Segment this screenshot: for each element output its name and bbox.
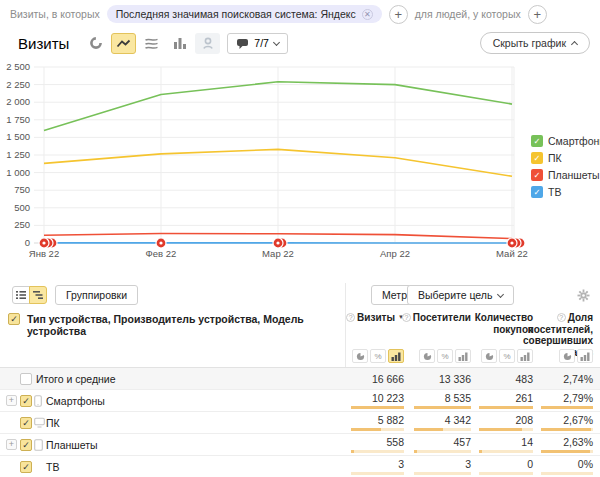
row-dimension: +✓Смартфоны xyxy=(0,390,345,411)
gear-icon xyxy=(577,289,590,302)
row-checkbox[interactable]: ✓ xyxy=(20,439,32,451)
metric-columns-header: ?Визиты▼%?Посетители%Количество покупок%… xyxy=(346,307,600,367)
metric-value: 0% xyxy=(578,458,593,470)
x-axis-label: Янв 22 xyxy=(29,248,59,259)
metric-bar xyxy=(541,472,593,475)
legend-checkbox-icon[interactable]: ✓ xyxy=(531,169,543,181)
line-chart-icon xyxy=(116,36,131,50)
legend-item-3[interactable]: ✓ТВ xyxy=(531,183,600,200)
metric-cell: 0% xyxy=(541,456,593,477)
y-axis-tick-label: 1 250 xyxy=(6,149,30,160)
table-row: ✓ПК5 8824 3422082,67% xyxy=(0,412,600,434)
totals-row: Итого и средние16 66613 3364832,74% xyxy=(0,368,600,390)
expand-row-button[interactable]: + xyxy=(6,439,17,450)
legend-label: ПК xyxy=(548,152,562,164)
note-marker-dot xyxy=(276,241,279,244)
metric-bar-fill xyxy=(541,406,593,409)
dimension-header-label[interactable]: Тип устройства, Производитель устройства… xyxy=(27,313,327,337)
metric-value: 3 xyxy=(398,458,404,470)
metric-bar xyxy=(414,450,471,453)
row-label: Смартфоны xyxy=(46,395,105,407)
percent-display-toggle[interactable]: % xyxy=(370,349,386,363)
column-sort-label[interactable]: ?Визиты▼ xyxy=(328,312,404,324)
row-checkbox[interactable] xyxy=(20,373,32,385)
x-axis-label: Мар 22 xyxy=(262,248,294,259)
x-axis-label: Апр 22 xyxy=(380,248,410,259)
pie-display-toggle[interactable] xyxy=(419,349,435,363)
metric-cell: 4 342 xyxy=(414,412,471,433)
help-icon[interactable]: ? xyxy=(402,313,411,322)
goal-select-dropdown[interactable]: Выберите цель xyxy=(407,285,514,305)
legend-item-2[interactable]: ✓Планшеты xyxy=(531,166,600,183)
row-label: Итого и средние xyxy=(36,373,116,385)
row-checkbox[interactable]: ✓ xyxy=(20,395,32,407)
metric-bar-fill xyxy=(541,428,591,431)
legend-checkbox-icon[interactable]: ✓ xyxy=(531,152,543,164)
chart-legend: ✓Смартфоны✓ПК✓Планшеты✓ТВ xyxy=(531,132,600,200)
metric-value: 208 xyxy=(515,414,533,426)
row-checkbox[interactable]: ✓ xyxy=(20,461,32,473)
metric-value: 13 336 xyxy=(439,373,471,385)
groupings-button[interactable]: Группировки xyxy=(55,285,138,305)
row-dimension: ✓ТВ xyxy=(0,456,345,477)
column-chart-type-button[interactable] xyxy=(167,33,192,54)
row-checkbox[interactable]: ✓ xyxy=(20,417,32,429)
select-all-checkbox[interactable]: ✓ xyxy=(8,313,20,325)
pie-chart-icon xyxy=(89,36,103,50)
legend-item-1[interactable]: ✓ПК xyxy=(531,149,600,166)
metric-bar xyxy=(479,450,533,453)
metric-cell: 483 xyxy=(479,368,533,389)
metric-value: 457 xyxy=(453,436,471,448)
bar-display-toggle[interactable] xyxy=(455,349,471,363)
y-axis-tick-label: 1 750 xyxy=(6,114,30,125)
flat-list-view-button[interactable] xyxy=(12,286,30,304)
visits-line-chart: 02505007501 0001 2501 5001 7502 0002 250… xyxy=(0,60,600,265)
legend-checkbox-icon[interactable]: ✓ xyxy=(531,135,543,147)
legend-checkbox-icon[interactable]: ✓ xyxy=(531,186,543,198)
column-display-toggles xyxy=(559,349,593,363)
expand-row-button[interactable]: + xyxy=(6,395,17,406)
flat-list-icon xyxy=(15,289,27,301)
percent-display-toggle[interactable]: % xyxy=(437,349,453,363)
tree-view-button[interactable] xyxy=(29,286,47,304)
line-chart-type-button[interactable] xyxy=(111,33,136,54)
remove-segment-icon[interactable]: ✕ xyxy=(362,9,373,20)
legend-label: Планшеты xyxy=(548,169,600,181)
pie-chart-type-button[interactable] xyxy=(83,33,108,54)
percent-display-toggle[interactable]: % xyxy=(499,349,515,363)
metric-cell: 2,74% xyxy=(541,368,593,389)
segment-pill-label: Последняя значимая поисковая система: Ян… xyxy=(116,8,356,20)
table-row: ✓ТВ3300% xyxy=(0,456,600,477)
help-icon[interactable]: ? xyxy=(346,313,355,322)
y-axis-tick-label: 2 000 xyxy=(6,96,30,107)
notes-filter-dropdown[interactable]: 7/7 xyxy=(227,33,288,54)
notes-count: 7/7 xyxy=(254,37,269,49)
y-axis-tick-label: 2 250 xyxy=(6,79,30,90)
stacked-chart-type-button[interactable] xyxy=(139,33,164,54)
segment-pill[interactable]: Последняя значимая поисковая система: Ян… xyxy=(107,5,382,23)
row-metrics: 5 8824 3422082,67% xyxy=(346,412,600,433)
hide-chart-button[interactable]: Скрыть график xyxy=(480,32,590,54)
bar-display-toggle[interactable] xyxy=(388,349,404,363)
table-row: +✓Планшеты558457142,63% xyxy=(0,434,600,456)
metric-cell: 8 535 xyxy=(414,390,471,411)
tree-view-icon xyxy=(32,289,44,301)
chart-canvas: 02505007501 0001 2501 5001 7502 0002 250… xyxy=(0,60,600,265)
add-people-condition-button[interactable]: + xyxy=(528,5,547,24)
pie-display-toggle[interactable] xyxy=(481,349,497,363)
pie-display-toggle[interactable] xyxy=(559,349,575,363)
metric-bar-fill xyxy=(479,450,482,453)
add-visit-condition-button[interactable]: + xyxy=(389,5,408,24)
bar-display-toggle[interactable] xyxy=(577,349,593,363)
metric-cell: 558 xyxy=(351,434,404,455)
metric-value: 10 223 xyxy=(372,392,404,404)
map-chart-type-button[interactable] xyxy=(195,33,220,54)
pie-display-toggle[interactable] xyxy=(352,349,368,363)
segment-filter-bar: Визиты, в которых Последняя значимая пои… xyxy=(10,3,600,25)
metric-bar-fill xyxy=(479,406,533,409)
help-icon[interactable]: ? xyxy=(557,313,566,322)
legend-item-0[interactable]: ✓Смартфоны xyxy=(531,132,600,149)
metric-bar-fill xyxy=(351,406,404,409)
table-settings-button[interactable] xyxy=(577,289,590,302)
row-metrics: 16 66613 3364832,74% xyxy=(346,368,600,389)
